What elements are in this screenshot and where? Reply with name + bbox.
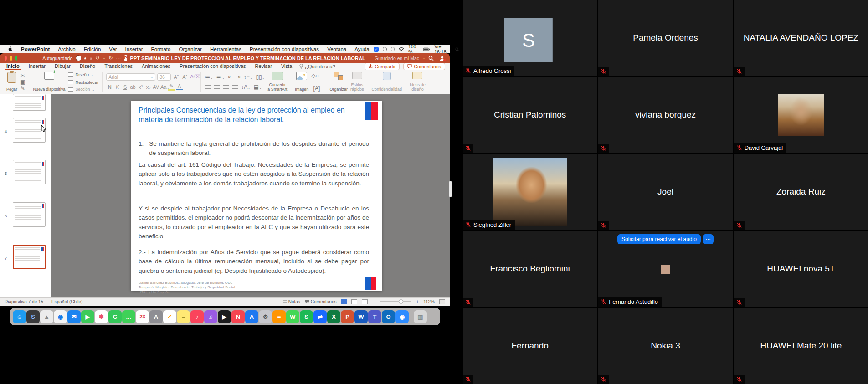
menu-presentacion[interactable]: Presentación con diapositivas [246, 46, 323, 52]
arrange-button[interactable]: Organizar [330, 72, 348, 92]
participant-tile[interactable]: Joel [598, 154, 732, 230]
tab-vista[interactable]: Vista [277, 63, 297, 70]
participant-tile[interactable]: S Alfredo Grossi [463, 0, 597, 76]
teamviewer-icon[interactable]: ⇄ [313, 310, 327, 323]
maps-icon[interactable]: ▶ [81, 310, 94, 323]
request-unmute-button[interactable]: Solicitar para reactivar el audio [617, 234, 701, 244]
teams-icon[interactable]: T [368, 310, 381, 323]
align-left-button[interactable] [205, 85, 211, 89]
align-text-button[interactable]: ⬓⌄ [254, 84, 262, 90]
saved-dropdown[interactable]: ⌄ [422, 56, 425, 60]
participant-tile[interactable]: David Carvajal [734, 77, 868, 153]
calendar-icon[interactable]: 23 [136, 310, 149, 323]
decrease-indent-button[interactable]: ⇤ [228, 74, 233, 80]
spiral-status-icon[interactable] [391, 47, 395, 51]
participant-tile[interactable]: Cristian Palominos [463, 77, 597, 153]
more-options-button[interactable]: ⋯ [703, 234, 714, 244]
slide-list-item-1[interactable]: 1. Se mantiene la regla general de prohi… [139, 139, 369, 158]
line-spacing-button[interactable]: ↕≡⌄ [244, 74, 253, 80]
menu-edicion[interactable]: Edición [80, 46, 105, 52]
menu-formato[interactable]: Formato [147, 46, 175, 52]
copy-button[interactable]: ▣ [20, 79, 25, 85]
trash-icon[interactable]: ▥ [414, 310, 427, 323]
menu-archivo[interactable]: Archivo [54, 46, 79, 52]
participant-tile[interactable]: Zoraida Ruiz [734, 154, 868, 230]
participant-tile[interactable]: Nokia 3 [598, 308, 732, 384]
app-store-icon[interactable]: A [245, 310, 258, 323]
shrink-font-button[interactable]: Aˇ [181, 74, 188, 80]
clear-formatting-button[interactable]: A⌫ [190, 74, 197, 80]
close-window-button[interactable] [5, 56, 7, 61]
normal-view-button[interactable] [341, 299, 347, 304]
participant-tile[interactable]: Fernando [463, 308, 597, 384]
participant-tile-fernando-astudillo[interactable]: Solicitar para reactivar el audio ⋯ Fern… [598, 231, 732, 307]
slide-paragraph-2[interactable]: Y si se despide al trabajador por Necesi… [139, 204, 369, 241]
participant-tile[interactable]: HUAWEI nova 5T [734, 231, 868, 307]
music-icon[interactable]: ♪ [190, 310, 204, 323]
slide-title[interactable]: Principales Consecuencias de la ley de p… [139, 106, 358, 125]
participant-tile[interactable]: HUAWEI Mate 20 lite [734, 308, 868, 384]
autosave-toggle[interactable] [76, 55, 81, 61]
contacts-icon[interactable]: A [149, 310, 163, 323]
tab-inicio[interactable]: Inicio [2, 63, 24, 70]
bullets-button[interactable]: ≔⌄ [205, 74, 213, 80]
underline-button[interactable]: S [122, 84, 128, 90]
quick-styles-button[interactable]: Estilosrápidos [350, 72, 364, 92]
whatsapp-icon[interactable]: W [286, 310, 299, 323]
notes-toggle[interactable]: Notas [283, 299, 300, 304]
spotlight-search-icon[interactable] [455, 47, 459, 52]
paste-button[interactable]: Pegar [6, 72, 17, 92]
undo-button[interactable]: ↺ [95, 55, 99, 61]
section-button[interactable]: Sección⌄ [68, 87, 95, 92]
zoom-in-button[interactable]: + [416, 299, 419, 304]
slide-paragraph-3[interactable]: 2.- La Indemnización por Años de Servici… [139, 248, 369, 276]
slide-thumbnail-3-partial[interactable] [13, 94, 46, 111]
participant-tile[interactable]: Pamela Ordenes [598, 0, 732, 76]
participant-tile[interactable]: Siegfried Ziller [463, 154, 597, 230]
design-button[interactable]: Diseño⌄ [68, 72, 93, 77]
apple-menu[interactable] [4, 46, 17, 52]
grow-font-button[interactable]: Aˆ [173, 74, 180, 80]
podcasts-icon[interactable]: ♫ [204, 310, 217, 323]
messages-icon[interactable]: … [122, 310, 135, 323]
customize-toolbar-icon[interactable]: ⋯ [116, 55, 121, 61]
confidentiality-button[interactable]: Confidencialidad [372, 72, 402, 92]
columns-button[interactable]: ▯▯⌄ [256, 74, 265, 80]
launchpad-icon[interactable]: ▲ [40, 310, 53, 323]
convert-smartart-button[interactable]: Convertira SmartArt [267, 72, 287, 92]
tab-insertar[interactable]: Insertar [24, 63, 50, 70]
menu-organizar[interactable]: Organizar [175, 46, 206, 52]
finder-icon[interactable]: ☺ [13, 310, 26, 323]
powerpoint-icon[interactable]: P [341, 310, 354, 323]
account-icon[interactable] [439, 55, 445, 61]
tab-animaciones[interactable]: Animaciones [137, 63, 175, 70]
align-right-button[interactable] [223, 85, 229, 89]
shapes-button[interactable]: ◇○⌄ [311, 73, 322, 78]
slide-thumbnail-5[interactable] [13, 160, 46, 184]
text-box-button[interactable]: [A] [313, 86, 320, 91]
slide-thumbnail-6[interactable] [13, 202, 46, 227]
home-icon[interactable] [84, 56, 87, 61]
slide-thumbnail-7-selected[interactable] [13, 245, 46, 269]
font-color-button[interactable]: A [176, 83, 183, 90]
comments-button[interactable]: Comentarios [403, 63, 445, 70]
cut-button[interactable]: ✂ [21, 73, 25, 78]
zoom-app-icon[interactable]: ◉ [395, 310, 409, 323]
wifi-icon[interactable] [399, 47, 404, 51]
document-saved-status[interactable]: — Guardado en mi Mac [369, 56, 419, 61]
gallery-scrollbar[interactable] [449, 181, 452, 197]
undo-dropdown[interactable]: ⌄ [103, 56, 106, 60]
photos-icon[interactable]: ✽ [95, 310, 108, 323]
text-direction-button[interactable]: ↓A⌄ [241, 84, 251, 90]
spotify-icon[interactable]: S [300, 310, 313, 323]
tab-diseno[interactable]: Diseño [75, 63, 100, 70]
minimize-window-button[interactable] [10, 56, 12, 61]
menu-ayuda[interactable]: Ayuda [350, 46, 373, 52]
reset-button[interactable]: Restablecer [68, 80, 98, 85]
slide-sorter-view-button[interactable] [351, 299, 357, 304]
tell-me-search[interactable]: ¿Qué desea? [299, 64, 335, 69]
comments-toggle[interactable]: Comentarios [305, 299, 337, 304]
safari-icon[interactable]: ◉ [54, 310, 67, 323]
justify-button[interactable] [232, 85, 238, 89]
redo-button[interactable]: ↻ [108, 55, 113, 61]
